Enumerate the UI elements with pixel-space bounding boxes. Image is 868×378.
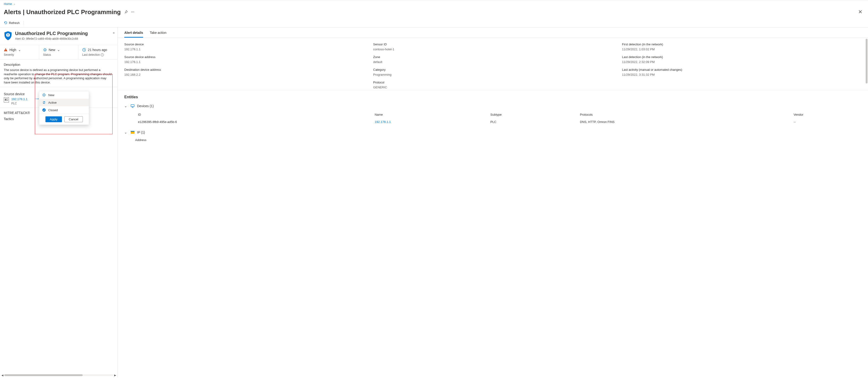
v-zone: default bbox=[373, 60, 613, 64]
pin-icon[interactable] bbox=[124, 10, 128, 14]
k-last: Last detection (in the network) bbox=[622, 55, 861, 59]
v-sensor: contoso-hotel-1 bbox=[373, 47, 613, 51]
refresh-small-icon bbox=[42, 101, 46, 104]
more-icon[interactable]: ··· bbox=[131, 10, 134, 14]
v-source-device: 192.178.1.1 bbox=[124, 47, 364, 51]
apply-button[interactable]: Apply bbox=[45, 116, 62, 122]
status-new-icon bbox=[43, 48, 47, 52]
status-option-new[interactable]: New bbox=[39, 91, 89, 99]
v-dest-addr: 192.168.2.2 bbox=[124, 73, 364, 76]
status-value: New bbox=[49, 48, 55, 52]
address-col-header: Address bbox=[135, 138, 861, 142]
svg-point-4 bbox=[5, 50, 6, 51]
k-activity: Last activity (manual or automated chang… bbox=[622, 68, 861, 71]
page-title: Alerts | Unauthorized PLC Programming bbox=[4, 8, 121, 16]
k-source-addr: Source device address bbox=[124, 55, 364, 59]
v-category: Programming bbox=[373, 73, 613, 76]
chevron-down-icon[interactable]: ⌄ bbox=[124, 104, 128, 108]
status-chev-icon[interactable]: ⌄ bbox=[57, 48, 60, 52]
cell-subtype: PLC bbox=[488, 118, 577, 126]
col-name[interactable]: Name bbox=[372, 111, 488, 118]
breadcrumb-home[interactable]: Home bbox=[4, 2, 12, 6]
svg-rect-10 bbox=[132, 107, 133, 107]
ip-group-label: IP (1) bbox=[137, 131, 145, 134]
collapse-panel-icon[interactable]: « bbox=[113, 31, 115, 35]
v-last: 11/29/2022, 2:32:09 PM bbox=[622, 60, 861, 64]
chevron-down-icon[interactable]: ⌄ bbox=[124, 131, 128, 134]
col-protocols[interactable]: Protocols bbox=[577, 111, 791, 118]
description-text: The source device is defined as a progra… bbox=[4, 68, 114, 84]
col-id[interactable]: ID bbox=[135, 111, 372, 118]
right-vertical-scrollbar[interactable] bbox=[866, 39, 868, 83]
breadcrumb-chevron-icon: › bbox=[14, 3, 15, 5]
close-icon[interactable]: ✕ bbox=[856, 8, 864, 16]
status-dropdown: New Active Closed Apply Cancel bbox=[39, 91, 89, 125]
cell-vendor: -- bbox=[791, 118, 868, 126]
toolbar-separator bbox=[24, 21, 24, 25]
description-label: Description bbox=[4, 63, 114, 67]
clock-icon bbox=[82, 48, 86, 52]
shield-icon bbox=[4, 31, 12, 41]
devices-table: ID Name Subtype Protocols Vendor e129639… bbox=[135, 111, 868, 126]
v-source-addr: 192.178.1.1 bbox=[124, 60, 364, 64]
cell-id: e1296395-8fb9-495e-ad5b-6 bbox=[135, 118, 372, 126]
k-sensor: Sensor ID bbox=[373, 42, 613, 46]
severity-label: Severity bbox=[4, 53, 35, 57]
k-dest-addr: Destination device address bbox=[124, 68, 364, 71]
k-source-device: Source device bbox=[124, 42, 364, 46]
col-subtype[interactable]: Subtype bbox=[488, 111, 577, 118]
source-ip-link[interactable]: 192.178.1.1 bbox=[11, 97, 28, 101]
entities-header: Entities bbox=[124, 95, 861, 99]
k-first: First detection (in the network) bbox=[622, 42, 861, 46]
refresh-label: Refresh bbox=[9, 21, 20, 25]
source-type: PLC bbox=[11, 102, 28, 105]
status-label: Status bbox=[43, 53, 74, 57]
breadcrumb: Home › bbox=[0, 0, 868, 7]
k-category: Category bbox=[373, 68, 613, 71]
severity-chev-icon[interactable]: ⌄ bbox=[18, 48, 21, 52]
refresh-icon bbox=[4, 21, 7, 25]
col-vendor[interactable]: Vendor bbox=[791, 111, 868, 118]
severity-value: High bbox=[9, 48, 16, 52]
alert-id: Alert ID: 9ffe9e72-cd69-454b-ab08-4669e3… bbox=[15, 37, 88, 40]
cancel-button[interactable]: Cancel bbox=[64, 116, 83, 122]
status-option-active[interactable]: Active bbox=[39, 99, 89, 106]
svg-rect-9 bbox=[131, 105, 134, 107]
refresh-button[interactable]: Refresh bbox=[4, 21, 20, 25]
svg-rect-8 bbox=[5, 99, 6, 100]
status-option-closed[interactable]: Closed bbox=[39, 106, 89, 114]
cell-name-link[interactable]: 192.178.1.1 bbox=[375, 120, 391, 124]
tab-alert-details[interactable]: Alert details bbox=[124, 31, 143, 38]
devices-icon bbox=[130, 104, 135, 108]
k-zone: Zone bbox=[373, 55, 613, 59]
source-device-label: Source device bbox=[4, 92, 28, 96]
v-first: 11/29/2022, 1:03:02 PM bbox=[622, 47, 861, 51]
k-protocol: Protocol bbox=[373, 81, 613, 84]
alert-title: Unauthorized PLC Programming bbox=[15, 31, 88, 36]
left-horizontal-scrollbar[interactable]: ◀ ▶ bbox=[1, 374, 116, 377]
device-icon bbox=[4, 97, 9, 102]
svg-point-2 bbox=[7, 36, 8, 36]
detection-value: 21 hours ago bbox=[88, 48, 107, 52]
v-protocol: GENERIC bbox=[373, 85, 613, 89]
svg-rect-12 bbox=[131, 131, 134, 132]
info-icon[interactable]: i bbox=[101, 54, 104, 57]
svg-rect-3 bbox=[5, 49, 6, 50]
detection-label: Last detection bbox=[82, 53, 100, 57]
v-activity: 11/29/2022, 3:31:32 PM bbox=[622, 73, 861, 76]
devices-group-label: Devices (1) bbox=[137, 104, 154, 108]
ip-icon bbox=[130, 130, 135, 134]
table-row[interactable]: e1296395-8fb9-495e-ad5b-6 192.178.1.1 PL… bbox=[135, 118, 868, 126]
warning-icon bbox=[4, 48, 7, 52]
cell-protocols: DNS, HTTP, Omron FINS bbox=[577, 118, 791, 126]
svg-rect-1 bbox=[8, 34, 8, 35]
check-circle-icon bbox=[42, 108, 46, 112]
tab-take-action[interactable]: Take action bbox=[150, 31, 166, 38]
status-new-opt-icon bbox=[42, 93, 46, 97]
